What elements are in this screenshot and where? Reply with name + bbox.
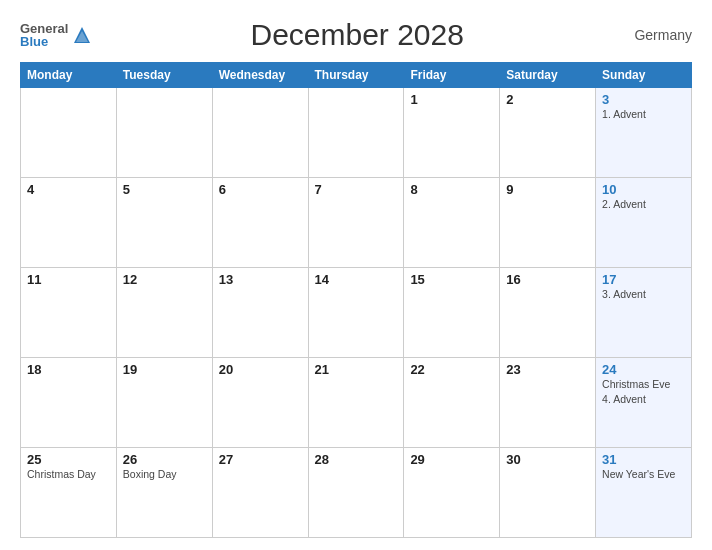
day-cell: 9 — [500, 178, 596, 268]
day-number: 12 — [123, 272, 206, 287]
day-number: 3 — [602, 92, 685, 107]
holiday-name: Christmas Day — [27, 468, 110, 482]
day-number: 18 — [27, 362, 110, 377]
week-row-4: 18192021222324Christmas Eve4. Advent — [21, 358, 692, 448]
day-cell: 5 — [116, 178, 212, 268]
day-cell: 14 — [308, 268, 404, 358]
calendar-title: December 2028 — [92, 18, 622, 52]
day-number: 5 — [123, 182, 206, 197]
day-number: 19 — [123, 362, 206, 377]
week-row-3: 111213141516173. Advent — [21, 268, 692, 358]
day-cell: 23 — [500, 358, 596, 448]
day-cell: 4 — [21, 178, 117, 268]
weekday-wednesday: Wednesday — [212, 63, 308, 88]
day-number: 14 — [315, 272, 398, 287]
weekday-saturday: Saturday — [500, 63, 596, 88]
holiday-name: Boxing Day — [123, 468, 206, 482]
day-cell: 24Christmas Eve4. Advent — [596, 358, 692, 448]
day-cell: 21 — [308, 358, 404, 448]
day-number: 8 — [410, 182, 493, 197]
day-cell: 20 — [212, 358, 308, 448]
holiday-name: 4. Advent — [602, 393, 685, 407]
holiday-name: 2. Advent — [602, 198, 685, 212]
day-cell: 2 — [500, 88, 596, 178]
day-cell: 31New Year's Eve — [596, 448, 692, 538]
day-number: 21 — [315, 362, 398, 377]
day-cell: 25Christmas Day — [21, 448, 117, 538]
holiday-name: New Year's Eve — [602, 468, 685, 482]
day-cell: 16 — [500, 268, 596, 358]
day-number: 30 — [506, 452, 589, 467]
logo-icon — [72, 25, 92, 45]
day-number: 13 — [219, 272, 302, 287]
day-cell: 18 — [21, 358, 117, 448]
day-number: 24 — [602, 362, 685, 377]
day-number: 1 — [410, 92, 493, 107]
day-cell: 19 — [116, 358, 212, 448]
day-number: 9 — [506, 182, 589, 197]
weekday-friday: Friday — [404, 63, 500, 88]
day-cell: 13 — [212, 268, 308, 358]
calendar-page: General Blue December 2028 Germany Monda… — [0, 0, 712, 550]
day-cell: 8 — [404, 178, 500, 268]
day-number: 2 — [506, 92, 589, 107]
holiday-name: Christmas Eve — [602, 378, 685, 392]
day-number: 22 — [410, 362, 493, 377]
day-cell: 29 — [404, 448, 500, 538]
day-cell — [21, 88, 117, 178]
logo: General Blue — [20, 22, 92, 48]
day-number: 11 — [27, 272, 110, 287]
day-number: 27 — [219, 452, 302, 467]
day-number: 6 — [219, 182, 302, 197]
holiday-name: 1. Advent — [602, 108, 685, 122]
weekday-sunday: Sunday — [596, 63, 692, 88]
holiday-name: 3. Advent — [602, 288, 685, 302]
day-cell: 12 — [116, 268, 212, 358]
calendar-table: MondayTuesdayWednesdayThursdayFridaySatu… — [20, 62, 692, 538]
day-cell: 15 — [404, 268, 500, 358]
week-row-1: 1231. Advent — [21, 88, 692, 178]
day-cell: 26Boxing Day — [116, 448, 212, 538]
day-number: 20 — [219, 362, 302, 377]
weekday-thursday: Thursday — [308, 63, 404, 88]
day-cell: 1 — [404, 88, 500, 178]
country-label: Germany — [622, 27, 692, 43]
day-cell: 11 — [21, 268, 117, 358]
day-cell: 173. Advent — [596, 268, 692, 358]
day-cell: 102. Advent — [596, 178, 692, 268]
day-number: 15 — [410, 272, 493, 287]
day-cell — [308, 88, 404, 178]
header: General Blue December 2028 Germany — [20, 18, 692, 52]
day-number: 10 — [602, 182, 685, 197]
day-number: 29 — [410, 452, 493, 467]
day-number: 4 — [27, 182, 110, 197]
day-number: 7 — [315, 182, 398, 197]
day-cell — [212, 88, 308, 178]
day-cell — [116, 88, 212, 178]
day-number: 25 — [27, 452, 110, 467]
day-cell: 27 — [212, 448, 308, 538]
day-number: 16 — [506, 272, 589, 287]
week-row-2: 456789102. Advent — [21, 178, 692, 268]
day-number: 17 — [602, 272, 685, 287]
day-cell: 22 — [404, 358, 500, 448]
day-cell: 6 — [212, 178, 308, 268]
weekday-monday: Monday — [21, 63, 117, 88]
weekday-tuesday: Tuesday — [116, 63, 212, 88]
day-cell: 7 — [308, 178, 404, 268]
week-row-5: 25Christmas Day26Boxing Day2728293031New… — [21, 448, 692, 538]
day-number: 28 — [315, 452, 398, 467]
weekday-header-row: MondayTuesdayWednesdayThursdayFridaySatu… — [21, 63, 692, 88]
day-number: 26 — [123, 452, 206, 467]
day-number: 23 — [506, 362, 589, 377]
day-cell: 30 — [500, 448, 596, 538]
day-cell: 28 — [308, 448, 404, 538]
logo-blue-text: Blue — [20, 35, 48, 48]
day-number: 31 — [602, 452, 685, 467]
day-cell: 31. Advent — [596, 88, 692, 178]
